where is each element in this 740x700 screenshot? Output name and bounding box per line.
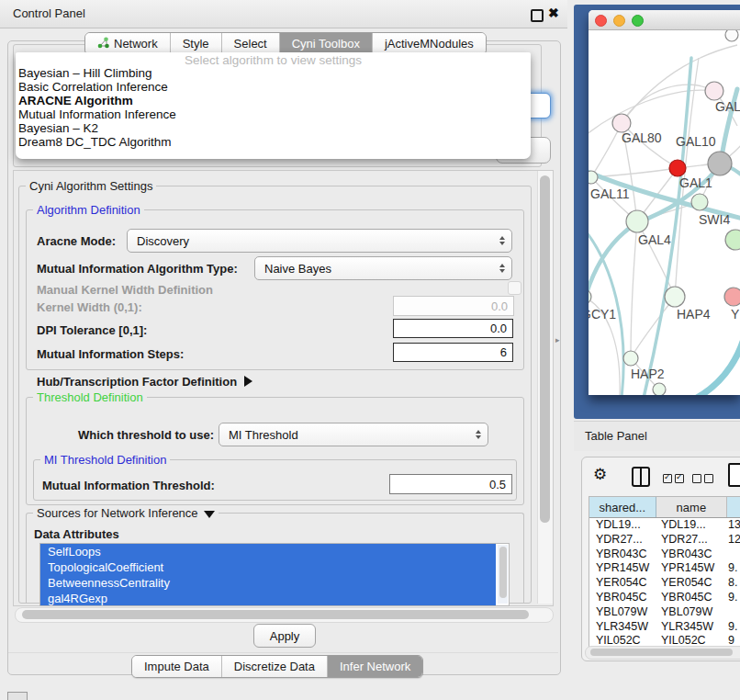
settings-scrollbar-thumb[interactable] — [540, 175, 550, 523]
network-node-hap2[interactable] — [623, 351, 638, 366]
tab-discretize-data[interactable]: Discretize Data — [221, 656, 327, 677]
tab-label: Cyni Toolbox — [292, 37, 360, 51]
attribute-list-item[interactable]: SelfLoops — [40, 544, 496, 559]
table-column-header[interactable]: name — [656, 497, 728, 517]
tab-cyni-toolbox[interactable]: Cyni Toolbox — [279, 33, 372, 54]
table-row[interactable]: YBR043CYBR043C — [589, 548, 740, 562]
settings-horizontal-scrollbar[interactable] — [15, 607, 554, 623]
tab-style[interactable]: Style — [170, 33, 221, 54]
tab-impute-data[interactable]: Impute Data — [132, 656, 221, 677]
which-threshold-combobox[interactable]: MI Threshold — [219, 423, 488, 446]
algorithm-option[interactable]: Mutual Information Inference — [16, 107, 531, 121]
tab-jactivemnodules[interactable]: jActiveMNodules — [372, 33, 486, 54]
kernel-width-label: Kernel Width (0,1): — [37, 300, 142, 314]
algorithm-option[interactable]: Bayesian – K2 — [16, 121, 531, 135]
data-attributes-list[interactable]: SelfLoopsTopologicalCoefficientBetweenne… — [39, 543, 510, 606]
network-node[interactable] — [653, 383, 666, 395]
algorithm-option-list: Bayesian – Hill ClimbingBasic Correlatio… — [16, 66, 531, 149]
dock-panel-icon[interactable] — [7, 692, 28, 700]
network-node-gal[interactable] — [705, 82, 723, 100]
stepper-arrows-icon — [476, 430, 481, 439]
hub-definition-toggle[interactable]: Hub/Transcription Factor Definition — [37, 373, 252, 390]
dpi-tolerance-field[interactable]: 0.0 — [393, 319, 513, 338]
table-cell: YBR045C — [656, 591, 728, 605]
collapse-down-icon[interactable] — [204, 511, 215, 518]
close-icon[interactable]: ✖ — [548, 6, 559, 20]
table-column-header[interactable] — [727, 497, 740, 517]
node-table: shared...name YDL19...YDL19...13YDR27...… — [589, 496, 740, 649]
network-node-hap4[interactable] — [665, 287, 685, 307]
attribute-list-item[interactable]: BetweennessCentrality — [40, 575, 496, 591]
tab-label: Style — [183, 37, 209, 51]
tab-label: Select — [234, 37, 267, 51]
table-column-header[interactable]: shared... — [589, 497, 656, 517]
algorithm-option[interactable]: ARACNE Algorithm — [16, 94, 531, 107]
table-row[interactable]: YPR145WYPR145W9. — [589, 561, 740, 576]
table-row[interactable]: YDR27...YDR27...12 — [589, 533, 740, 548]
new-table-icon[interactable] — [728, 463, 740, 487]
table-row[interactable]: YER054CYER054C8. — [589, 576, 740, 591]
table-hscrollbar-thumb[interactable] — [590, 649, 733, 656]
close-traffic-light[interactable] — [595, 15, 607, 27]
network-node-gal1[interactable] — [691, 194, 708, 210]
table-cell: YLR345W — [589, 620, 656, 635]
attribute-list-item[interactable]: TopologicalCoefficient — [40, 559, 496, 575]
mi-algorithm-type-combobox[interactable]: Naive Bayes — [254, 256, 512, 280]
table-horizontal-scrollbar[interactable] — [585, 646, 740, 660]
tab-infer-network[interactable]: Infer Network — [327, 656, 422, 677]
deselect-all-columns-icon[interactable] — [692, 470, 716, 487]
network-node-gal11[interactable] — [589, 171, 598, 184]
settings-hscrollbar-thumb[interactable] — [22, 610, 529, 619]
mi-threshold-value: 0.5 — [489, 478, 506, 491]
aracne-mode-combobox[interactable]: Discovery — [127, 229, 512, 253]
settings-vertical-scrollbar[interactable] — [537, 171, 553, 604]
network-graph: GALGAL80GAL10GAL11GAL1SWI4GAL4GCY1HAP4YH… — [589, 30, 740, 395]
attributes-list-scrollbar[interactable] — [498, 545, 508, 604]
table-cell: YPR145W — [656, 561, 728, 576]
table-cell: YDR27... — [656, 533, 728, 548]
select-all-columns-icon[interactable] — [663, 470, 687, 487]
table-cell: 13 — [728, 518, 740, 533]
network-node-label: Y — [731, 307, 740, 322]
network-node[interactable] — [725, 30, 738, 41]
table-row[interactable]: YBR045CYBR045C9. — [589, 591, 740, 605]
network-node-gal80[interactable] — [612, 114, 631, 132]
network-node-y[interactable] — [724, 288, 740, 306]
network-node-gal10[interactable] — [708, 152, 732, 175]
algorithm-option[interactable]: Basic Correlation Inference — [16, 80, 531, 94]
table-cell: YBL079W — [656, 605, 728, 620]
table-cell: 9. — [728, 561, 740, 576]
zoom-traffic-light[interactable] — [632, 15, 644, 27]
table-row[interactable]: YDL19...YDL19...13 — [589, 518, 740, 533]
algorithm-option[interactable]: Bayesian – Hill Climbing — [16, 66, 531, 80]
attributes-scrollbar-thumb[interactable] — [499, 547, 507, 598]
apply-button[interactable]: Apply — [253, 624, 316, 648]
manual-kernel-width-checkbox[interactable] — [508, 281, 521, 295]
tab-network[interactable]: Network — [85, 33, 170, 54]
mi-steps-field[interactable]: 6 — [393, 343, 513, 362]
network-window[interactable]: GALGAL80GAL10GAL11GAL1SWI4GAL4GCY1HAP4YH… — [589, 10, 740, 395]
attribute-list-item[interactable]: gal4RGexp — [40, 591, 496, 606]
minimize-traffic-light[interactable] — [613, 15, 625, 27]
network-canvas[interactable]: GALGAL80GAL10GAL11GAL1SWI4GAL4GCY1HAP4YH… — [589, 30, 740, 395]
tab-select[interactable]: Select — [221, 33, 279, 54]
gear-icon[interactable]: ⚙ — [593, 465, 607, 484]
data-attributes-label: Data Attributes — [34, 527, 119, 541]
cyni-mode-tabs: Impute DataDiscretize DataInfer Network — [131, 655, 423, 678]
algorithm-option[interactable]: Dream8 DC_TDC Algorithm — [16, 135, 531, 149]
network-window-titlebar[interactable] — [589, 10, 740, 30]
network-node[interactable] — [669, 160, 686, 176]
mi-threshold-field[interactable]: 0.5 — [389, 474, 512, 494]
network-node-swi4[interactable] — [725, 230, 740, 250]
table-row[interactable]: YBL079WYBL079W — [589, 605, 740, 620]
float-window-icon[interactable] — [531, 9, 544, 22]
kernel-width-field[interactable]: 0.0 — [393, 296, 514, 316]
splitter-arrow-icon[interactable]: ▸ — [555, 335, 560, 344]
table-cell: 12 — [728, 533, 740, 548]
sources-title-text: Sources for Network Inference — [37, 506, 198, 520]
table-row[interactable]: YLR345WYLR345W9. — [589, 620, 740, 635]
table-cell: YLR345W — [656, 620, 728, 635]
table-cell: YBR045C — [589, 591, 656, 605]
network-node-gal4[interactable] — [626, 210, 648, 232]
columns-icon[interactable] — [632, 467, 650, 487]
